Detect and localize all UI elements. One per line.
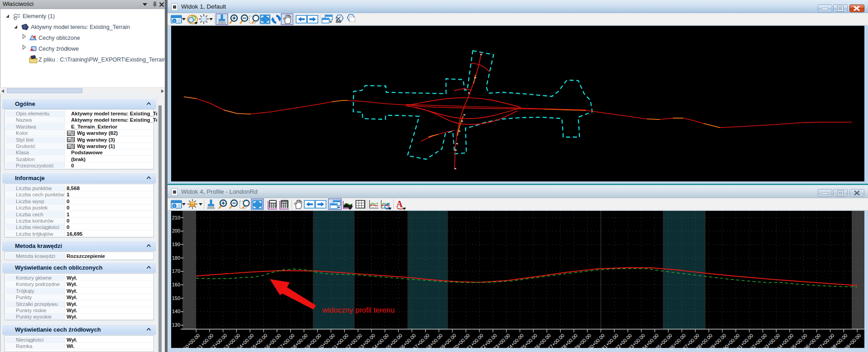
svg-text:180: 180 <box>172 255 180 261</box>
svg-text:160: 160 <box>172 282 180 287</box>
svg-text:200: 200 <box>172 228 180 233</box>
svg-text:170: 170 <box>172 268 180 274</box>
svg-text:210: 210 <box>172 215 180 220</box>
svg-text:130: 130 <box>172 322 180 328</box>
svg-text:i: i <box>174 19 175 23</box>
svg-text:A: A <box>396 199 403 209</box>
svg-text:140: 140 <box>172 309 180 314</box>
svg-text:i: i <box>174 204 175 208</box>
svg-text:150: 150 <box>172 295 180 301</box>
svg-text:190: 190 <box>172 242 180 247</box>
svg-text:widoczny profil terenu: widoczny profil terenu <box>322 306 395 314</box>
